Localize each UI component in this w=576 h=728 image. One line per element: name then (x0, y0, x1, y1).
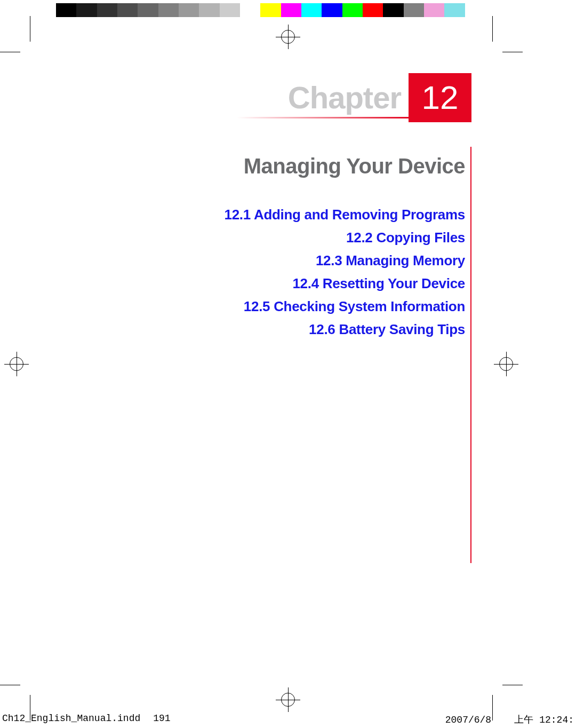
calibration-swatch (424, 3, 444, 17)
calibration-swatch (281, 3, 301, 17)
calibration-swatch (465, 3, 485, 17)
calibration-swatch (179, 3, 199, 17)
table-of-contents: 12.1 Adding and Removing Programs12.2 Co… (225, 207, 465, 338)
calibration-swatch (56, 3, 76, 17)
registration-mark-left (4, 352, 29, 376)
crop-mark (30, 16, 30, 42)
calibration-swatch (76, 3, 97, 17)
registration-mark-top (276, 25, 300, 49)
page-content: Chapter 12 Managing Your Device 12.1 Add… (30, 52, 493, 685)
chapter-label: Chapter (288, 82, 409, 113)
toc-item: 12.4 Resetting Your Device (225, 275, 465, 292)
crop-mark (0, 52, 20, 52)
calibration-swatch (117, 3, 138, 17)
calibration-swatch (301, 3, 322, 17)
calibration-swatch (363, 3, 383, 17)
toc-item: 12.6 Battery Saving Tips (225, 321, 465, 338)
calibration-swatch (240, 3, 260, 17)
print-slug: Ch12_English_Manual.indd 191 2007/6/8 上午… (0, 713, 576, 726)
calibration-swatch (342, 3, 363, 17)
calibration-swatch (404, 3, 424, 17)
calibration-swatch (199, 3, 219, 17)
calibration-swatch (97, 3, 117, 17)
registration-mark-right (494, 352, 518, 376)
slug-filename: Ch12_English_Manual.indd (2, 713, 140, 726)
crop-mark (492, 16, 493, 42)
calibration-swatch (383, 3, 403, 17)
slug-date: 2007/6/8 (445, 715, 491, 725)
crop-mark (0, 685, 20, 685)
toc-item: 12.3 Managing Memory (225, 252, 465, 269)
chapter-underline (237, 117, 409, 118)
calibration-swatch (444, 3, 465, 17)
calibration-swatch (220, 3, 240, 17)
registration-mark-bottom (276, 687, 300, 712)
calibration-swatch (138, 3, 158, 17)
slug-time: 上午 12:24: (514, 715, 574, 725)
chapter-number-box: 12 (409, 73, 471, 122)
color-calibration-bar (56, 3, 485, 17)
chapter-number: 12 (422, 81, 459, 114)
chapter-heading: Chapter 12 (288, 73, 471, 122)
chapter-title: Managing Your Device (244, 154, 465, 178)
vertical-rule (470, 147, 471, 563)
slug-page: 191 (153, 713, 170, 726)
calibration-swatch (322, 3, 342, 17)
toc-item: 12.1 Adding and Removing Programs (225, 207, 465, 223)
crop-mark (502, 52, 523, 52)
crop-mark (502, 685, 523, 685)
calibration-swatch (158, 3, 179, 17)
toc-item: 12.2 Copying Files (225, 230, 465, 246)
calibration-swatch (260, 3, 281, 17)
toc-item: 12.5 Checking System Information (225, 298, 465, 315)
